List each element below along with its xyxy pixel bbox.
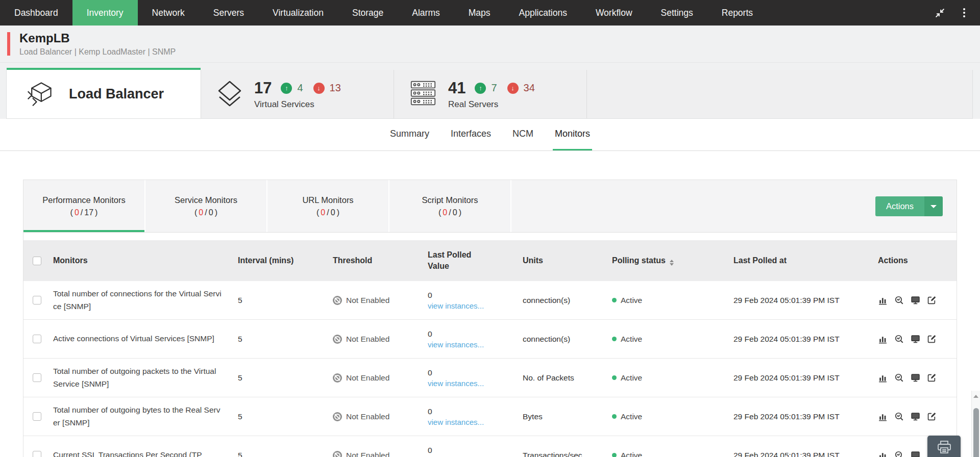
nav-item-settings[interactable]: Settings	[647, 0, 707, 26]
view-instances-link[interactable]: view instances...	[428, 379, 516, 388]
search-zoom-icon[interactable]	[894, 295, 904, 305]
select-all-checkbox[interactable]	[33, 257, 41, 265]
scrollbar-thumb[interactable]	[973, 408, 979, 457]
nav-item-inventory[interactable]: Inventory	[72, 0, 138, 26]
vertical-scrollbar[interactable]	[971, 391, 980, 457]
row-actions	[878, 412, 957, 421]
collapse-icon[interactable]	[934, 7, 945, 18]
monitor-screen-icon[interactable]	[911, 334, 920, 344]
nav-item-reports[interactable]: Reports	[707, 0, 767, 26]
active-status-dot	[612, 298, 617, 302]
tab-label: URL Monitors	[302, 195, 353, 205]
monitor-name[interactable]: Active connections of Virtual Services […	[53, 333, 229, 345]
edit-icon[interactable]	[927, 334, 937, 344]
col-actions: Actions	[878, 256, 957, 265]
tab-performance-monitors[interactable]: Performance Monitors (0/17)	[23, 180, 145, 232]
last-polled-value: 0	[428, 291, 516, 300]
kebab-menu-icon[interactable]	[959, 7, 970, 18]
edit-icon[interactable]	[927, 373, 937, 383]
col-polling-status[interactable]: Polling status	[612, 256, 733, 266]
monitor-name[interactable]: Current SSL Transactions Per Second (TP	[53, 449, 229, 457]
polling-status: Active	[621, 335, 642, 344]
tab-url-monitors[interactable]: URL Monitors (0/0)	[267, 180, 389, 232]
monitor-screen-icon[interactable]	[911, 412, 920, 421]
monitor-screen-icon[interactable]	[911, 450, 920, 457]
actions-split-button[interactable]: Actions	[875, 196, 943, 216]
not-enabled-icon	[333, 296, 342, 305]
device-subtabs: Summary Interfaces NCM Monitors	[0, 119, 980, 151]
tab-service-monitors[interactable]: Service Monitors (0/0)	[145, 180, 267, 232]
virtual-services-card[interactable]: 17 4 13 Virtual Services	[201, 70, 394, 118]
nav-item-virtualization[interactable]: Virtualization	[258, 0, 338, 26]
print-widget-button[interactable]	[927, 436, 961, 457]
bar-chart-icon[interactable]	[878, 450, 888, 457]
actions-button[interactable]: Actions	[875, 196, 924, 216]
nav-item-dashboard[interactable]: Dashboard	[0, 0, 72, 26]
nav-item-alarms[interactable]: Alarms	[398, 0, 454, 26]
load-balancer-icon	[26, 79, 55, 110]
monitor-interval: 5	[238, 335, 333, 344]
table-row: Total number of outgoing packets to the …	[23, 359, 957, 397]
not-enabled-icon	[333, 451, 342, 457]
tab-ncm[interactable]: NCM	[510, 119, 535, 150]
threshold-status: Not Enabled	[346, 451, 389, 457]
monitor-name[interactable]: Total number of outgoing packets to the …	[53, 365, 229, 390]
polling-status: Active	[621, 296, 642, 305]
nav-item-maps[interactable]: Maps	[454, 0, 505, 26]
search-zoom-icon[interactable]	[894, 373, 904, 383]
polling-status: Active	[621, 373, 642, 383]
bar-chart-icon[interactable]	[878, 412, 888, 421]
virtual-services-label: Virtual Services	[254, 99, 341, 110]
view-instances-link[interactable]: view instances...	[428, 301, 516, 310]
monitor-name[interactable]: Total number of connections for the Virt…	[53, 288, 229, 312]
monitor-type-tabs: Performance Monitors (0/17) Service Moni…	[23, 180, 957, 233]
col-last-polled-value: Last Polled Value	[428, 249, 523, 271]
bar-chart-icon[interactable]	[878, 373, 888, 383]
tab-monitors[interactable]: Monitors	[553, 119, 592, 150]
scroll-up-icon[interactable]	[973, 395, 978, 398]
device-header: KempLB Load Balancer | Kemp LoadMaster |…	[0, 26, 980, 63]
nav-item-storage[interactable]: Storage	[338, 0, 398, 26]
tab-script-monitors[interactable]: Script Monitors (0/0)	[389, 180, 511, 232]
nav-item-applications[interactable]: Applications	[505, 0, 581, 26]
nav-item-servers[interactable]: Servers	[199, 0, 258, 26]
row-checkbox[interactable]	[33, 451, 41, 457]
sort-icon[interactable]	[670, 260, 674, 266]
tab-count: (0/0)	[194, 208, 217, 217]
tab-summary[interactable]: Summary	[388, 119, 431, 150]
down-arrow-badge	[507, 83, 519, 94]
load-balancer-tab[interactable]: Load Balancer	[7, 68, 201, 118]
monitor-units: connection(s)	[523, 335, 612, 344]
last-polled-at: 29 Feb 2024 05:01:39 PM IST	[733, 412, 878, 421]
edit-icon[interactable]	[927, 412, 937, 421]
row-actions	[878, 295, 957, 305]
nav-item-network[interactable]: Network	[138, 0, 199, 26]
search-zoom-icon[interactable]	[894, 412, 904, 421]
search-zoom-icon[interactable]	[894, 334, 904, 344]
not-enabled-icon	[333, 412, 342, 421]
actions-dropdown-toggle[interactable]	[924, 196, 943, 216]
bar-chart-icon[interactable]	[878, 295, 888, 305]
monitor-name[interactable]: Total number of outgoing bytes to the Re…	[53, 404, 229, 428]
view-instances-link[interactable]: view instances...	[428, 418, 516, 426]
search-zoom-icon[interactable]	[894, 450, 904, 457]
active-status-dot	[612, 453, 617, 457]
row-checkbox[interactable]	[33, 296, 41, 304]
tab-interfaces[interactable]: Interfaces	[449, 119, 493, 150]
view-instances-link[interactable]: view instances...	[428, 340, 516, 349]
real-servers-card[interactable]: 41 7 34 Real Servers	[394, 70, 586, 118]
row-checkbox[interactable]	[33, 335, 41, 343]
top-navbar: Dashboard Inventory Network Servers Virt…	[0, 0, 980, 26]
last-polled-value: 0	[428, 407, 516, 416]
overview-title: Load Balancer	[69, 86, 164, 102]
last-polled-at: 29 Feb 2024 05:01:39 PM IST	[733, 335, 878, 344]
row-checkbox[interactable]	[33, 373, 41, 382]
row-checkbox[interactable]	[33, 412, 41, 421]
monitor-screen-icon[interactable]	[911, 373, 920, 383]
real-servers-count: 41	[448, 79, 465, 97]
monitor-screen-icon[interactable]	[911, 295, 920, 305]
last-polled-at: 29 Feb 2024 05:01:39 PM IST	[733, 296, 878, 305]
nav-item-workflow[interactable]: Workflow	[581, 0, 647, 26]
bar-chart-icon[interactable]	[878, 334, 888, 344]
edit-icon[interactable]	[927, 295, 937, 305]
